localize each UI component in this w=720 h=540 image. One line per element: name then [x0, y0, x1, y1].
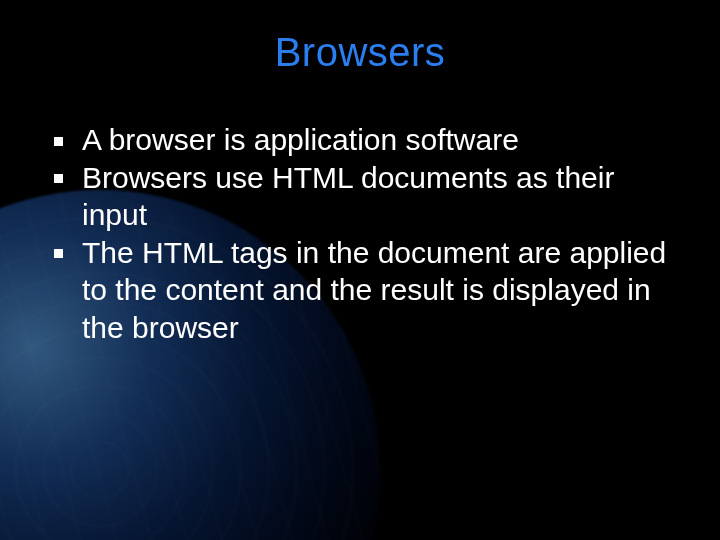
bullet-item: The HTML tags in the document are applie… — [48, 234, 672, 347]
bullet-list: A browser is application software Browse… — [48, 121, 672, 346]
slide-body: A browser is application software Browse… — [0, 121, 720, 346]
slide: Browsers A browser is application softwa… — [0, 0, 720, 540]
slide-title: Browsers — [0, 0, 720, 75]
slide-content: Browsers A browser is application softwa… — [0, 0, 720, 540]
bullet-item: A browser is application software — [48, 121, 672, 159]
bullet-item: Browsers use HTML documents as their inp… — [48, 159, 672, 234]
